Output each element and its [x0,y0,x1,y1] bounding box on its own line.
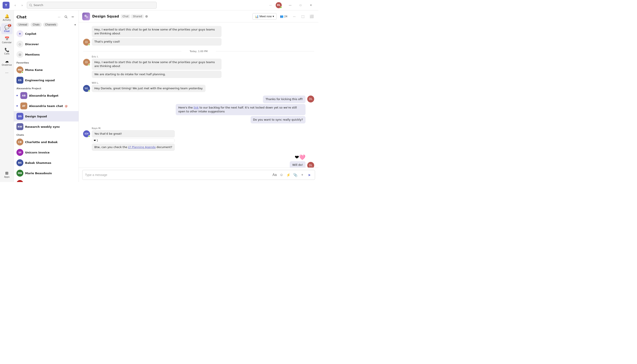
rail-calendar[interactable]: 📅 Calendar [1,34,13,46]
shared-tag[interactable]: Shared [131,14,144,18]
compose-button[interactable]: ✏ [70,14,76,20]
input-actions: Aa ☺ ⚡ 📎 + ➤ [271,172,312,178]
marie-name: Marie Beaudouin [25,172,76,175]
meeting-button[interactable]: 📎 [292,172,298,178]
search-bar[interactable]: Search [27,2,157,9]
close-button[interactable]: ✕ [306,2,316,9]
minimize-button[interactable]: — [285,2,295,9]
own-msg-content-2: ❤️🩷 Will do! [290,154,305,168]
amanda-name: Amanda Brady [25,182,76,182]
sidebar-header: Chat ··· ✏ [14,10,79,22]
sidebar-item-alex-team[interactable]: AT Alexandria team chat @ [14,101,79,111]
eric-bubble-2: We are starting to do intake for next ha… [92,71,222,78]
apps-label: Apps [4,176,10,178]
chats-label: Chats [14,132,79,137]
sidebar-item-alex-budget[interactable]: AB Alexandria Budget [14,90,79,101]
backlog-link[interactable]: link [194,106,199,109]
rail-activity[interactable]: 🔔 Activity [1,12,13,23]
msg-avatar-ei2: EI [83,59,90,66]
heart-reaction[interactable]: ❤️ 1 [92,138,175,143]
discover-icon: ◇ [17,41,23,48]
add-tab-button[interactable]: ⊕ [145,14,148,18]
sidebar-item-mona[interactable]: MK Mona Kane [14,65,79,75]
message-input-area: Aa ☺ ⚡ 📎 + ➤ [79,168,318,182]
sidebar-more-button[interactable]: ··· [56,14,62,20]
alex-team-bullet [17,105,18,106]
message-input-box[interactable]: Aa ☺ ⚡ 📎 + ➤ [82,170,315,180]
attach-button[interactable]: ⚡ [285,172,291,178]
filter-chats[interactable]: Chats [31,22,42,27]
will-do-bubble: Will do! [290,161,305,168]
reaction-count: 1 [97,139,98,142]
favorites-label: Favorites [14,60,79,65]
sidebar-item-eng-squad[interactable]: ES Engineering squad [14,75,79,86]
msg-avatar-ei1: EI [83,39,90,46]
send-button[interactable]: ➤ [306,172,312,178]
unicorn-name: Unicorn invoice [25,151,76,154]
expand-button[interactable]: ⬜ [308,13,315,20]
sidebar-search-button[interactable] [63,14,69,20]
mona-text: Mona Kane [25,68,76,72]
msg-avatar-wl: WL [83,85,90,92]
participants-button[interactable]: 👥 24 [278,14,289,19]
rail-apps[interactable]: ⊞ Apps [1,169,13,180]
format-button[interactable]: Aa [271,172,278,178]
chat-more-button[interactable]: ··· [291,13,298,20]
main-layout: 🔔 Activity 2 💬 Chat 📅 Calendar 📞 Calls ☁… [0,10,318,182]
chat-tag[interactable]: Chat [121,14,130,18]
design-squad-text: Design Squad [25,115,76,118]
lt-planning-link[interactable]: LT Planning Agenda [128,146,156,149]
sidebar-item-marie[interactable]: MB Marie Beaudouin [14,168,79,178]
more-options-button[interactable]: ··· [267,2,274,9]
onedrive-label: OneDrive [2,64,12,66]
message-row-will: WL Will L. Hey Daniela, great timing! We… [83,82,314,92]
forward-button[interactable]: › [19,2,25,8]
kayo-bubble-2: Btw, can you check the LT Planning Agend… [92,144,175,151]
mentions-text: Mentions [25,53,76,56]
sidebar-item-charlotte[interactable]: CB Charlotte and Babak [14,137,79,147]
charlotte-avatar: CB [17,138,23,146]
rail-calls[interactable]: 📞 Calls [1,46,13,57]
msg-avatar-dl2: DL [307,162,314,168]
sidebar-item-discover[interactable]: ◇ Discover [14,39,79,49]
msg-bubble: That's pretty cool! [92,38,222,46]
sidebar-item-unicorn[interactable]: UI Unicorn invoice [14,147,79,158]
alex-team-text: Alexandria team chat @ [29,104,76,108]
design-squad-header-icon [84,14,89,19]
eng-squad-text: Engineering squad [25,79,76,82]
message-row-eric: EI Eric I. Hey, I wanted to start this c… [83,55,314,78]
sidebar-item-babak[interactable]: BS Babak Shammas [14,158,79,168]
eric-sender-name: Eric I. [92,55,222,58]
sidebar-item-research-weekly[interactable]: RW Research weekly sync [14,122,79,132]
message-row-kayo: KM Kayo M. Yes that'd be great! ❤️ 1 Btw… [83,127,314,151]
unicorn-text: Unicorn invoice [25,151,76,154]
logo-letter: T [5,4,7,7]
messages-container: EI Hey, I wanted to start this chat to g… [79,22,318,168]
copilot-text: Copilot [25,32,76,36]
filter-unread[interactable]: Unread [17,22,29,27]
rail-onedrive[interactable]: ☁ OneDrive [1,57,13,68]
sidebar-item-copilot[interactable]: ✦ Copilot [14,28,79,39]
alex-budget-avatar: AB [20,92,27,99]
sidebar-item-amanda[interactable]: AB Amanda Brady [14,178,79,182]
user-avatar[interactable]: DL [276,2,282,8]
rail-more-button[interactable]: ··· [4,69,11,76]
pop-out-button[interactable]: ⬚ [299,13,306,20]
plus-button[interactable]: + [299,172,305,178]
emoji-button[interactable]: ☺ [278,172,284,178]
filter-channels[interactable]: Channels [43,22,58,27]
copilot-name: Copilot [25,32,76,36]
meet-now-button[interactable]: 📊 Meet now ▾ [252,13,276,20]
svg-point-5 [86,16,88,18]
design-squad-avatar: DS [17,113,23,120]
filter-expand-button[interactable]: ▾ [74,23,76,26]
rail-chat[interactable]: 2 💬 Chat [1,23,13,34]
maximize-button[interactable]: □ [295,2,305,9]
message-input[interactable] [85,173,271,176]
mentions-name: Mentions [25,53,76,56]
design-squad-name: Design Squad [25,115,76,118]
sidebar-item-mentions[interactable]: ◎ Mentions [14,49,79,60]
back-button[interactable]: ‹ [12,2,18,8]
sidebar-item-design-squad[interactable]: DS Design Squad [14,111,79,122]
sidebar-title: Chat [17,15,27,19]
